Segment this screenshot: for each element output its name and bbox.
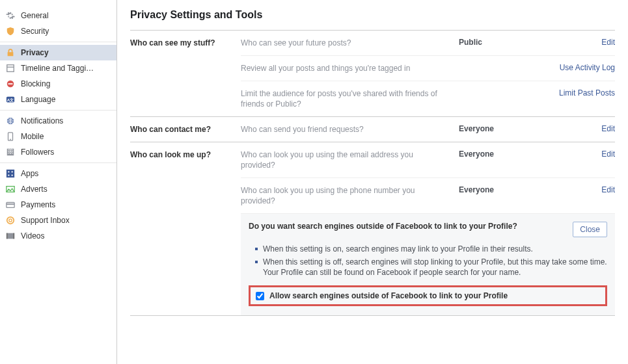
- sidebar-item-privacy[interactable]: Privacy: [0, 45, 116, 60]
- svg-rect-17: [7, 203, 14, 205]
- row-desc: Who can see your future posts?: [241, 38, 459, 48]
- row-value: Everyone: [459, 124, 543, 133]
- svg-text:A文: A文: [7, 98, 14, 102]
- sidebar-group: Apps Adverts Payments Support Inbox Vide…: [0, 163, 116, 246]
- sidebar-item-label: Apps: [21, 169, 38, 178]
- sidebar-item-label: Blocking: [21, 79, 50, 88]
- sidebar-item-support[interactable]: Support Inbox: [0, 213, 116, 228]
- svg-rect-16: [7, 203, 14, 208]
- setting-row: Limit the audience for posts you've shar…: [241, 81, 615, 116]
- section-label: Who can look me up?: [130, 142, 241, 315]
- sidebar-item-label: Language: [21, 95, 55, 104]
- setting-row: Who can send you friend requests? Everyo…: [241, 117, 615, 142]
- row-value: Everyone: [459, 150, 543, 159]
- svg-rect-0: [7, 65, 14, 72]
- row-desc: Review all your posts and things you're …: [241, 63, 459, 73]
- sidebar-item-label: Notifications: [21, 116, 63, 125]
- section-who-can-see: Who can see my stuff? Who can see your f…: [130, 30, 615, 116]
- sidebar-item-notifications[interactable]: Notifications: [0, 113, 116, 129]
- sidebar-item-label: Videos: [21, 231, 44, 240]
- row-desc: Who can send you friend requests?: [241, 124, 459, 135]
- lock-icon: [5, 47, 16, 58]
- timeline-icon: [5, 63, 16, 73]
- sidebar-item-language[interactable]: A文 Language: [0, 92, 116, 107]
- language-icon: A文: [5, 94, 16, 105]
- followers-icon: [5, 147, 16, 157]
- card-icon: [5, 200, 16, 210]
- lifebuoy-icon: [5, 215, 16, 226]
- sidebar-item-timeline[interactable]: Timeline and Taggi…: [0, 60, 116, 76]
- sidebar-item-label: Mobile: [21, 132, 44, 141]
- svg-point-13: [8, 174, 9, 176]
- sidebar-item-label: Privacy: [21, 48, 49, 57]
- row-desc: Who can look you up using the phone numb…: [241, 185, 459, 206]
- expanded-search-engine-panel: Do you want search engines outside of Fa…: [241, 213, 615, 315]
- shield-icon: [5, 26, 16, 36]
- sidebar-item-videos[interactable]: Videos: [0, 228, 116, 244]
- sidebar-group: General Security: [0, 5, 116, 42]
- svg-rect-20: [7, 233, 14, 239]
- apps-icon: [5, 168, 16, 179]
- expanded-header: Do you want search engines outside of Fa…: [249, 222, 607, 237]
- svg-rect-22: [13, 233, 14, 239]
- sidebar-item-security[interactable]: Security: [0, 23, 116, 39]
- expanded-title: Do you want search engines outside of Fa…: [249, 222, 573, 231]
- search-engine-checkbox[interactable]: [256, 292, 264, 300]
- sidebar-item-label: Support Inbox: [21, 216, 70, 225]
- page-title: Privacy Settings and Tools: [130, 9, 615, 21]
- section-label: Who can contact me?: [130, 117, 241, 142]
- edit-link[interactable]: Edit: [601, 124, 615, 133]
- row-value: Public: [459, 38, 543, 47]
- row-desc: Limit the audience for posts you've shar…: [241, 88, 459, 109]
- row-value: Everyone: [459, 185, 543, 194]
- sidebar-item-payments[interactable]: Payments: [0, 197, 116, 213]
- checkbox-label[interactable]: Allow search engines outside of Facebook…: [269, 291, 508, 300]
- adverts-icon: [5, 184, 16, 194]
- edit-link[interactable]: Edit: [601, 150, 615, 159]
- sidebar-item-label: Adverts: [21, 185, 48, 194]
- limit-posts-link[interactable]: Limit Past Posts: [559, 88, 615, 98]
- close-button[interactable]: Close: [573, 222, 607, 237]
- section-who-can-contact: Who can contact me? Who can send you fri…: [130, 116, 615, 142]
- row-desc: Who can look you up using the email addr…: [241, 150, 459, 170]
- svg-point-19: [9, 219, 12, 222]
- mobile-icon: [5, 131, 16, 142]
- main-content: Privacy Settings and Tools Who can see m…: [117, 0, 628, 364]
- section-border: [130, 315, 615, 316]
- svg-rect-3: [8, 83, 13, 84]
- setting-row: Who can look you up using the phone numb…: [241, 177, 615, 213]
- section-who-can-look: Who can look me up? Who can look you up …: [130, 142, 615, 315]
- sidebar-item-followers[interactable]: Followers: [0, 144, 116, 160]
- sidebar-item-mobile[interactable]: Mobile: [0, 129, 116, 144]
- sidebar: General Security Privacy Timeline and Ta…: [0, 0, 117, 364]
- sidebar-item-label: Payments: [21, 200, 55, 209]
- activity-log-link[interactable]: Use Activity Log: [560, 63, 615, 72]
- sidebar-item-general[interactable]: General: [0, 8, 116, 23]
- bullet-item: When this setting is on, search engines …: [249, 242, 607, 255]
- edit-link[interactable]: Edit: [601, 185, 615, 194]
- gear-icon: [5, 10, 16, 21]
- section-body: Who can see your future posts? Public Ed…: [241, 31, 615, 116]
- svg-point-11: [8, 171, 9, 172]
- sidebar-item-blocking[interactable]: Blocking: [0, 76, 116, 92]
- section-label: Who can see my stuff?: [130, 31, 241, 116]
- svg-point-12: [11, 171, 12, 172]
- svg-rect-10: [7, 170, 14, 177]
- section-body: Who can look you up using the email addr…: [241, 142, 615, 315]
- setting-row: Who can see your future posts? Public Ed…: [241, 31, 615, 55]
- highlight-box: Allow search engines outside of Facebook…: [249, 285, 607, 306]
- sidebar-item-adverts[interactable]: Adverts: [0, 181, 116, 197]
- edit-link[interactable]: Edit: [601, 38, 615, 47]
- globe-icon: [5, 116, 16, 126]
- video-icon: [5, 231, 16, 241]
- svg-point-18: [7, 217, 14, 224]
- svg-rect-21: [7, 233, 8, 239]
- sidebar-item-label: Followers: [21, 148, 54, 157]
- sidebar-group: Notifications Mobile Followers: [0, 110, 116, 163]
- sidebar-item-label: Timeline and Taggi…: [21, 64, 94, 73]
- bullet-list: When this setting is on, search engines …: [249, 242, 607, 279]
- sidebar-item-apps[interactable]: Apps: [0, 166, 116, 181]
- sidebar-group: Privacy Timeline and Taggi… Blocking A文 …: [0, 42, 116, 110]
- svg-point-14: [11, 174, 12, 176]
- svg-point-8: [10, 139, 11, 140]
